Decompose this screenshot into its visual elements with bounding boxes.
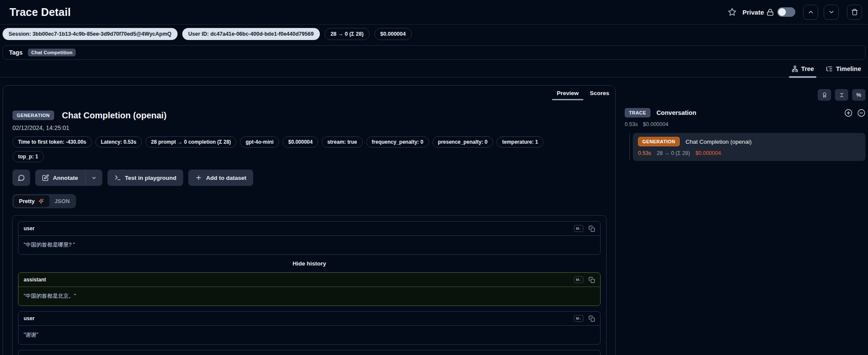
messages-container: user M↓ "中国的首都是哪里? " Hide history assist… bbox=[12, 215, 607, 355]
comment-button[interactable] bbox=[12, 170, 30, 186]
metric-latency: Latency: 0.53s bbox=[95, 136, 142, 148]
token-usage-badge: 28 → 0 (Σ 28) bbox=[325, 28, 370, 40]
generation-type-badge: GENERATION bbox=[638, 137, 680, 146]
sparkles-icon bbox=[38, 198, 44, 204]
message-header: user M↓ bbox=[18, 222, 600, 236]
annotate-split-button: Annotate bbox=[35, 170, 102, 186]
message-tools: M↓ bbox=[574, 315, 595, 322]
delete-trace-button[interactable] bbox=[847, 5, 862, 20]
generation-tree-node[interactable]: GENERATION Chat Completion (openai) 0.53… bbox=[633, 133, 865, 161]
format-json-segment[interactable]: JSON bbox=[49, 195, 75, 207]
percent-icon: % bbox=[856, 92, 862, 98]
plus-icon bbox=[195, 174, 202, 181]
generation-type-badge: GENERATION bbox=[12, 111, 54, 120]
collapse-all-button[interactable] bbox=[835, 89, 848, 101]
copy-icon[interactable] bbox=[589, 315, 595, 322]
page-title: Trace Detail bbox=[9, 6, 71, 19]
tab-scores[interactable]: Scores bbox=[590, 90, 609, 100]
tab-preview[interactable]: Preview bbox=[557, 90, 579, 100]
copy-icon[interactable] bbox=[589, 225, 595, 232]
message-content: "中国的首都是哪里? " bbox=[18, 236, 600, 254]
playground-label: Test in playground bbox=[125, 175, 177, 181]
visibility-control: Private bbox=[742, 7, 795, 17]
annotate-label: Annotate bbox=[53, 175, 78, 181]
tab-timeline[interactable]: Timeline bbox=[826, 65, 861, 77]
hide-history-button[interactable]: Hide history bbox=[18, 260, 601, 267]
active-tab-underline bbox=[789, 76, 817, 78]
cost-badge: $0.000004 bbox=[374, 28, 412, 40]
session-badge[interactable]: Session: 3bb00ec7-1b13-4c9b-85ee-3d9d70f… bbox=[3, 28, 178, 40]
markdown-toggle-icon[interactable]: M↓ bbox=[574, 315, 583, 322]
tab-timeline-label: Timeline bbox=[836, 65, 861, 72]
minus-circle-icon[interactable] bbox=[857, 109, 865, 117]
chevron-down-icon bbox=[828, 9, 835, 15]
trace-meta-badges: Session: 3bb00ec7-1b13-4c9b-85ee-3d9d70f… bbox=[3, 27, 865, 40]
chevron-down-icon bbox=[91, 175, 97, 181]
user-id-badge[interactable]: User ID: dc47a41e-06bc-400d-bde1-f0e440d… bbox=[182, 28, 320, 40]
message-card-assistant: assistant M↓ "中国的首都是北京。" bbox=[18, 272, 601, 306]
tree-toolbar: % bbox=[625, 85, 865, 101]
plus-circle-icon[interactable] bbox=[844, 109, 853, 117]
show-percent-button[interactable]: % bbox=[852, 89, 865, 101]
message-card-user-2: user M↓ "谢谢" bbox=[18, 311, 601, 345]
award-icon bbox=[822, 92, 828, 98]
add-to-dataset-button[interactable]: Add to dataset bbox=[188, 170, 253, 186]
observation-timestamp: 02/12/2024, 14:25:01 bbox=[12, 124, 606, 131]
message-content: "中国的首都是北京。" bbox=[18, 287, 600, 306]
scores-toggle-button[interactable] bbox=[818, 89, 831, 101]
trace-tree-panel: % TRACE Conversation 0.53s $0.000004 bbox=[625, 85, 865, 161]
message-content: "谢谢" bbox=[18, 326, 600, 344]
panel-tabs: Preview Scores bbox=[557, 90, 609, 100]
generation-node-stats: 0.53s 28 → 0 (Σ 28) $0.000004 bbox=[638, 150, 860, 156]
annotate-button[interactable]: Annotate bbox=[35, 170, 85, 186]
copy-icon[interactable] bbox=[589, 277, 595, 283]
toggle-knob bbox=[778, 8, 786, 16]
fold-vertical-icon bbox=[839, 92, 845, 98]
format-pretty-segment[interactable]: Pretty bbox=[14, 195, 49, 207]
trace-type-badge: TRACE bbox=[625, 108, 650, 117]
playground-button[interactable]: Test in playground bbox=[107, 170, 184, 186]
tree-children: GENERATION Chat Completion (openai) 0.53… bbox=[625, 133, 865, 161]
actions-row: Annotate Test in playground bbox=[12, 170, 606, 186]
observation-header: GENERATION Chat Completion (openai) 02/1… bbox=[3, 86, 615, 186]
annotate-dropdown-button[interactable] bbox=[85, 170, 102, 186]
tab-tree[interactable]: Tree bbox=[791, 65, 814, 77]
metric-frequency-penalty: frequency_penalty: 0 bbox=[366, 136, 429, 148]
markdown-toggle-icon[interactable]: M↓ bbox=[574, 276, 583, 283]
trace-latency: 0.53s bbox=[625, 121, 638, 127]
message-tools: M↓ bbox=[574, 276, 595, 283]
observation-panel: Preview Scores GENERATION Chat Completio… bbox=[3, 85, 616, 355]
comment-bubble-icon bbox=[18, 174, 25, 182]
markdown-toggle-icon[interactable]: M↓ bbox=[574, 225, 583, 232]
private-label: Private bbox=[742, 9, 764, 16]
metric-token-usage: 28 prompt → 0 completion (Σ 28) bbox=[145, 136, 236, 148]
message-tools: M↓ bbox=[574, 225, 595, 232]
trace-stats: 0.53s $0.000004 bbox=[625, 121, 865, 127]
generation-node-title: Chat Completion (openai) bbox=[686, 139, 752, 145]
tags-container[interactable]: Tags Chat Competition bbox=[3, 45, 865, 60]
metric-stream: stream: true bbox=[322, 136, 362, 148]
trace-title: Conversation bbox=[656, 109, 696, 116]
next-trace-button[interactable] bbox=[824, 5, 839, 20]
content: Preview Scores GENERATION Chat Completio… bbox=[0, 85, 868, 355]
message-header: assistant M↓ bbox=[18, 273, 600, 287]
pretty-label: Pretty bbox=[19, 198, 35, 204]
tab-preview-label: Preview bbox=[557, 90, 579, 96]
message-header: user M↓ bbox=[18, 312, 600, 326]
lock-icon bbox=[767, 9, 774, 16]
bookmark-star-button[interactable] bbox=[728, 8, 736, 16]
metric-top-p: top_p: 1 bbox=[12, 151, 44, 162]
generation-latency: 0.53s bbox=[638, 150, 651, 156]
public-private-toggle[interactable] bbox=[777, 7, 795, 17]
tree-icon bbox=[791, 65, 798, 72]
format-toggle: Pretty JSON bbox=[12, 194, 76, 208]
trace-node[interactable]: TRACE Conversation bbox=[625, 108, 865, 117]
edit-pen-icon bbox=[42, 174, 49, 181]
tag-chip[interactable]: Chat Competition bbox=[28, 49, 76, 56]
previous-trace-button[interactable] bbox=[803, 5, 818, 20]
message-role: user bbox=[24, 315, 34, 321]
topbar-actions: Private bbox=[728, 5, 862, 20]
message-role: user bbox=[24, 225, 34, 232]
tags-label: Tags bbox=[9, 49, 23, 56]
metric-presence-penalty: presence_penalty: 0 bbox=[432, 136, 493, 148]
